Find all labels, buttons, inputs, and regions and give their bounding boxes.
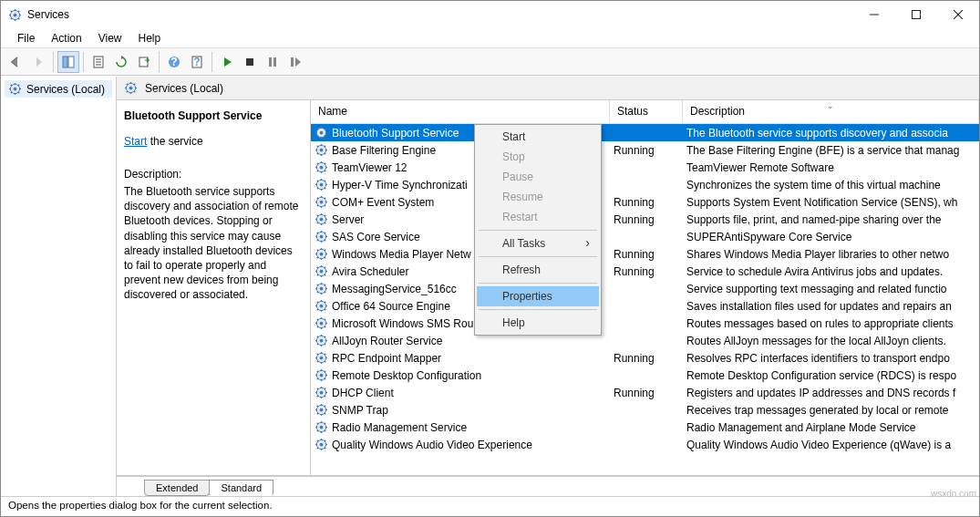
service-name: Bluetooth Support Service — [332, 127, 459, 140]
gear-icon — [8, 82, 22, 96]
properties-button[interactable] — [88, 51, 109, 73]
context-item-all-tasks[interactable]: All Tasks — [477, 233, 599, 253]
table-row[interactable]: Remote Desktop ConfigurationRemote Deskt… — [311, 367, 979, 384]
detail-pane: Bluetooth Support Service Start the serv… — [117, 100, 311, 475]
watermark: wsxdn.com — [931, 489, 976, 499]
tab-extended[interactable]: Extended — [144, 480, 210, 496]
service-description: Receives trap messages generated by loca… — [683, 404, 979, 417]
context-item-restart: Restart — [477, 207, 599, 227]
svg-rect-11 — [913, 11, 921, 19]
gear-icon — [315, 386, 328, 399]
service-description: The Base Filtering Engine (BFE) is a ser… — [683, 144, 979, 157]
gear-icon — [315, 247, 328, 261]
gear-icon — [315, 420, 328, 434]
context-separator — [479, 309, 597, 310]
gear-icon — [315, 264, 328, 278]
service-description: Radio Management and Airplane Mode Servi… — [683, 421, 979, 434]
table-row[interactable]: RPC Endpoint MapperRunningResolves RPC i… — [311, 349, 979, 367]
menu-help[interactable]: Help — [131, 30, 169, 47]
show-hide-tree-button[interactable] — [57, 51, 79, 73]
service-name: RPC Endpoint Mapper — [332, 352, 441, 365]
context-item-resume: Resume — [477, 187, 599, 207]
table-row[interactable]: Hyper-V Time SynchronizatiSynchronizes t… — [311, 176, 979, 193]
gear-icon — [315, 403, 328, 417]
menu-action[interactable]: Action — [44, 30, 88, 47]
svg-rect-15 — [68, 57, 74, 67]
restart-service-button[interactable] — [284, 51, 306, 73]
context-item-start[interactable]: Start — [477, 127, 599, 147]
close-button[interactable] — [937, 1, 979, 28]
column-header-description[interactable]: Description ⌄ — [683, 100, 979, 123]
column-header-name[interactable]: Name — [311, 100, 610, 123]
service-description: Service to schedule Avira Antivirus jobs… — [683, 265, 979, 278]
service-name: Office 64 Source Engine — [332, 300, 450, 313]
results-header: Services (Local) — [117, 77, 979, 100]
table-row[interactable]: DHCP ClientRunningRegisters and updates … — [311, 384, 979, 401]
table-row[interactable]: Quality Windows Audio Video ExperienceQu… — [311, 436, 979, 453]
service-status: Running — [610, 387, 683, 399]
gear-icon — [124, 81, 138, 95]
service-name: TeamViewer 12 — [332, 161, 407, 174]
menu-view[interactable]: View — [91, 30, 129, 47]
gear-icon — [315, 212, 328, 226]
minimize-button[interactable] — [853, 1, 895, 28]
back-button[interactable] — [5, 51, 26, 73]
help-button[interactable]: ? — [163, 51, 185, 73]
service-status: Running — [610, 248, 683, 261]
service-name: AllJoyn Router Service — [332, 335, 442, 347]
context-item-help[interactable]: Help — [477, 313, 599, 333]
gear-icon — [315, 334, 328, 347]
table-row[interactable]: Bluetooth Support ServiceThe Bluetooth s… — [311, 124, 979, 141]
table-row[interactable]: SAS Core ServiceSUPERAntiSpyware Core Se… — [311, 228, 979, 245]
menu-file[interactable]: File — [10, 30, 42, 47]
service-name: Server — [332, 213, 364, 226]
table-row[interactable]: Base Filtering EngineRunningThe Base Fil… — [311, 141, 979, 159]
tree-node-services-local[interactable]: Services (Local) — [5, 80, 112, 98]
column-header-status[interactable]: Status — [610, 100, 683, 123]
table-row[interactable]: AllJoyn Router ServiceRoutes AllJoyn mes… — [311, 332, 979, 349]
forward-button[interactable] — [27, 51, 49, 73]
svg-rect-26 — [269, 57, 272, 67]
stop-service-button[interactable] — [239, 51, 261, 73]
svg-rect-14 — [63, 57, 67, 67]
sort-descending-icon: ⌄ — [827, 101, 834, 110]
start-service-link[interactable]: Start — [124, 135, 147, 148]
service-name: DHCP Client — [332, 387, 394, 399]
service-description: Saves installation files used for update… — [683, 300, 979, 313]
context-item-properties[interactable]: Properties — [477, 286, 599, 306]
service-name: Windows Media Player Netw — [332, 248, 471, 261]
help-topics-button[interactable]: ? — [186, 51, 208, 73]
service-description: Synchronizes the system time of this vir… — [683, 179, 979, 191]
service-name: Microsoft Windows SMS Rou — [332, 317, 473, 330]
gear-icon — [315, 368, 328, 382]
table-row[interactable]: Microsoft Windows SMS RouRoutes messages… — [311, 315, 979, 332]
table-row[interactable]: Office 64 Source EngineSaves installatio… — [311, 297, 979, 315]
table-row[interactable]: ServerRunningSupports file, print, and n… — [311, 211, 979, 228]
gear-icon — [315, 230, 328, 243]
service-rows[interactable]: Bluetooth Support ServiceThe Bluetooth s… — [311, 124, 979, 475]
gear-icon — [315, 143, 328, 157]
tab-standard[interactable]: Standard — [209, 480, 273, 496]
table-row[interactable]: Windows Media Player NetwRunningShares W… — [311, 245, 979, 263]
service-status: Running — [610, 352, 683, 365]
service-status: Running — [610, 265, 683, 278]
table-row[interactable]: SNMP TrapReceives trap messages generate… — [311, 401, 979, 419]
toolbar: ? ? — [1, 48, 979, 76]
gear-icon — [315, 438, 328, 451]
service-description: Shares Windows Media Player libraries to… — [683, 248, 979, 261]
context-item-refresh[interactable]: Refresh — [477, 260, 599, 280]
table-row[interactable]: MessagingService_516ccService supporting… — [311, 280, 979, 297]
table-row[interactable]: Avira SchedulerRunningService to schedul… — [311, 263, 979, 280]
export-button[interactable] — [133, 51, 155, 73]
service-status: Running — [610, 196, 683, 209]
service-name: Quality Windows Audio Video Experience — [332, 439, 532, 451]
start-service-button[interactable] — [216, 51, 238, 73]
service-description: Quality Windows Audio Video Experience (… — [683, 439, 979, 451]
pause-service-button[interactable] — [262, 51, 284, 73]
maximize-button[interactable] — [895, 1, 937, 28]
table-row[interactable]: Radio Management ServiceRadio Management… — [311, 419, 979, 436]
refresh-button[interactable] — [110, 51, 132, 73]
table-row[interactable]: TeamViewer 12TeamViewer Remote Software — [311, 159, 979, 176]
table-row[interactable]: COM+ Event SystemRunningSupports System … — [311, 193, 979, 211]
service-name: Base Filtering Engine — [332, 144, 436, 157]
